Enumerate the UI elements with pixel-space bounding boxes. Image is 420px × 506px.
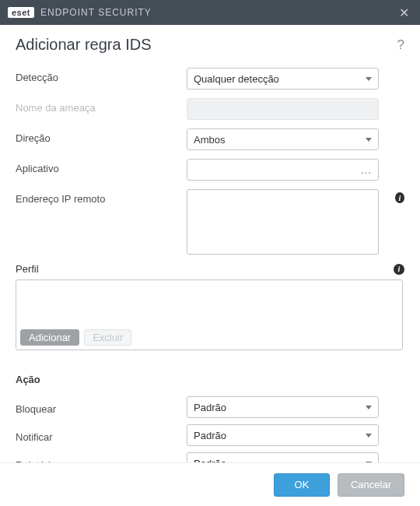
eset-logo: eset xyxy=(8,7,34,18)
dialog-content: Adicionar regra IDS ? Detecção Qualquer … xyxy=(0,25,420,488)
info-icon[interactable]: i xyxy=(394,264,404,275)
label-direcao: Direção xyxy=(16,128,187,144)
perfil-delete-button: Excluir xyxy=(84,329,131,346)
label-bloquear: Bloquear xyxy=(16,399,187,415)
select-direcao-value: Ambos xyxy=(194,134,225,146)
label-nome-ameaca: Nome da ameaça xyxy=(16,98,187,114)
perfil-box: Adicionar Excluir xyxy=(16,279,403,350)
chevron-down-icon xyxy=(366,406,372,409)
chevron-down-icon xyxy=(366,138,372,142)
label-aplicativo: Aplicativo xyxy=(16,159,187,174)
cancel-button[interactable]: Cancelar xyxy=(338,473,404,497)
textarea-endereco-ip[interactable] xyxy=(187,189,379,255)
select-notificar[interactable]: Padrão xyxy=(187,424,379,446)
perfil-add-button[interactable]: Adicionar xyxy=(20,329,79,346)
select-deteccao[interactable]: Qualquer detecção xyxy=(187,68,379,90)
close-icon[interactable]: ✕ xyxy=(396,5,412,20)
browse-icon: ... xyxy=(361,164,372,176)
select-bloquear[interactable]: Padrão xyxy=(187,396,379,418)
label-perfil: Perfil xyxy=(16,263,39,275)
select-bloquear-value: Padrão xyxy=(194,402,226,413)
input-aplicativo[interactable]: ... xyxy=(187,159,379,181)
select-notificar-value: Padrão xyxy=(194,430,226,441)
page-title: Adicionar regra IDS xyxy=(16,36,152,54)
chevron-down-icon xyxy=(366,77,372,81)
section-acao: Ação xyxy=(16,374,404,385)
label-notificar: Notificar xyxy=(16,427,187,443)
label-deteccao: Detecção xyxy=(16,68,187,83)
ok-button[interactable]: OK xyxy=(274,473,330,497)
chevron-down-icon xyxy=(366,434,372,437)
titlebar: eset ENDPOINT SECURITY ✕ xyxy=(0,0,420,25)
input-nome-ameaca xyxy=(187,98,379,120)
select-direcao[interactable]: Ambos xyxy=(187,128,379,150)
label-endereco-ip: Endereço IP remoto xyxy=(16,189,187,205)
info-icon[interactable]: i xyxy=(395,192,404,203)
help-icon[interactable]: ? xyxy=(397,37,404,53)
app-title: ENDPOINT SECURITY xyxy=(40,7,396,18)
select-deteccao-value: Qualquer detecção xyxy=(194,73,279,85)
dialog-footer: OK Cancelar xyxy=(0,462,420,506)
perfil-list[interactable] xyxy=(16,280,402,325)
